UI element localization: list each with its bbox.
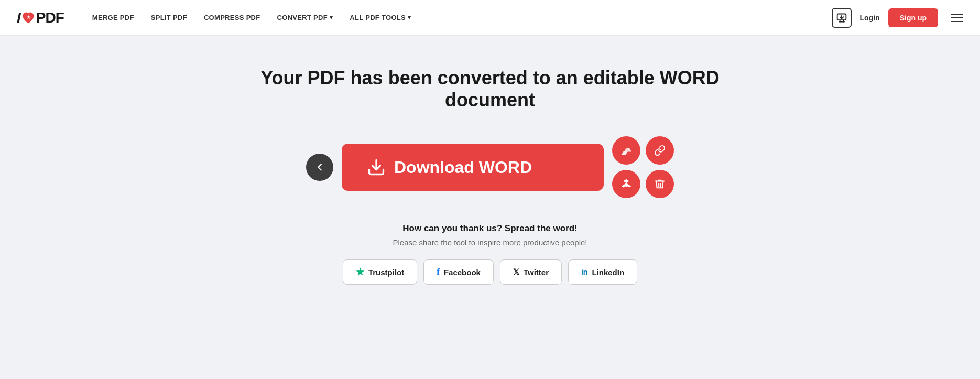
back-arrow-icon	[314, 161, 325, 173]
nav: MERGE PDF SPLIT PDF COMPRESS PDF CONVERT…	[85, 9, 832, 26]
spread-title: How can you thank us? Spread the word!	[343, 223, 637, 234]
logo-i: I	[17, 9, 20, 26]
copy-link-icon-button[interactable]	[646, 136, 674, 165]
facebook-icon: f	[437, 267, 440, 277]
hamburger-menu-icon[interactable]	[951, 14, 963, 22]
social-section: How can you thank us? Spread the word! P…	[343, 223, 637, 285]
trustpilot-star-icon: ★	[356, 266, 364, 278]
link-icon	[654, 145, 666, 156]
nav-compress-pdf[interactable]: COMPRESS PDF	[197, 9, 268, 26]
main-content: Your PDF has been converted to an editab…	[0, 36, 980, 379]
action-row: Download WORD	[306, 136, 674, 198]
header-right: Login Sign up	[832, 8, 963, 28]
twitter-x-icon: 𝕏	[513, 267, 519, 277]
signup-button[interactable]: Sign up	[888, 8, 938, 27]
nav-split-pdf[interactable]: SPLIT PDF	[144, 9, 194, 26]
download-word-button[interactable]: Download WORD	[342, 144, 604, 191]
login-button[interactable]: Login	[860, 14, 880, 22]
desktop-download-icon[interactable]	[832, 8, 852, 28]
google-drive-icon-button[interactable]	[612, 136, 640, 165]
download-word-label: Download WORD	[394, 158, 532, 177]
trustpilot-button[interactable]: ★ Trustpilot	[343, 259, 417, 285]
page-title: Your PDF has been converted to an editab…	[254, 67, 726, 111]
download-icon	[367, 158, 386, 177]
logo-pdf: PDF	[36, 9, 64, 26]
action-icons-grid	[612, 136, 674, 198]
header: I PDF MERGE PDF SPLIT PDF COMPRESS PDF C…	[0, 0, 980, 36]
logo-heart-icon	[21, 10, 36, 25]
spread-subtitle: Please share the tool to inspire more pr…	[343, 238, 637, 247]
nav-merge-pdf[interactable]: MERGE PDF	[85, 9, 141, 26]
facebook-button[interactable]: f Facebook	[423, 259, 494, 285]
dropbox-icon	[620, 178, 632, 190]
facebook-label: Facebook	[444, 268, 481, 277]
nav-all-pdf-tools[interactable]: ALL PDF TOOLS	[342, 9, 418, 26]
twitter-button[interactable]: 𝕏 Twitter	[500, 259, 562, 285]
social-buttons-row: ★ Trustpilot f Facebook 𝕏 Twitter in Lin…	[343, 259, 637, 285]
google-drive-icon	[620, 144, 633, 157]
linkedin-label: LinkedIn	[592, 268, 624, 277]
delete-icon-button[interactable]	[646, 170, 674, 198]
dropbox-icon-button[interactable]	[612, 170, 640, 198]
linkedin-button[interactable]: in LinkedIn	[568, 259, 637, 285]
trash-icon	[654, 178, 666, 190]
logo[interactable]: I PDF	[17, 9, 64, 26]
twitter-label: Twitter	[524, 268, 549, 277]
back-button[interactable]	[306, 154, 333, 181]
trustpilot-label: Trustpilot	[368, 268, 404, 277]
linkedin-icon: in	[581, 268, 587, 276]
nav-convert-pdf[interactable]: CONVERT PDF	[270, 9, 341, 26]
